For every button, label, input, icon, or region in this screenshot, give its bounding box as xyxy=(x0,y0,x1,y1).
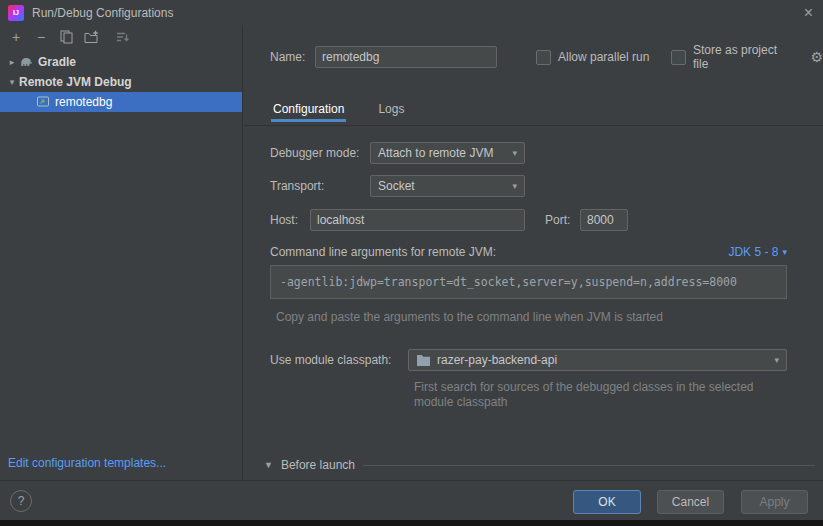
window-title: Run/Debug Configurations xyxy=(32,6,173,20)
combo-value: razer-pay-backend-api xyxy=(437,353,557,367)
module-classpath-select[interactable]: razer-pay-backend-api ▾ xyxy=(408,349,787,371)
before-launch-section-toggle[interactable]: ▼ Before launch xyxy=(264,457,815,473)
tab-logs[interactable]: Logs xyxy=(376,98,406,122)
combo-value: Attach to remote JVM xyxy=(378,146,493,160)
port-label: Port: xyxy=(545,209,570,231)
module-folder-icon xyxy=(416,354,431,367)
cancel-button[interactable]: Cancel xyxy=(657,490,724,514)
close-icon[interactable]: × xyxy=(804,5,813,21)
store-as-project-file-checkbox[interactable] xyxy=(671,50,686,65)
jdk-version-select[interactable]: JDK 5 - 8 ▾ xyxy=(728,241,787,263)
debugger-mode-label: Debugger mode: xyxy=(270,142,359,164)
chevron-right-icon[interactable]: ▸ xyxy=(5,57,19,67)
host-label: Host: xyxy=(270,209,298,231)
tree-item-remote-jvm-debug[interactable]: ▾ Remote JVM Debug xyxy=(0,72,242,92)
edit-configuration-templates-link[interactable]: Edit configuration templates... xyxy=(8,456,166,470)
tree-item-label: Gradle xyxy=(38,55,76,69)
allow-parallel-run-option[interactable]: Allow parallel run xyxy=(536,49,649,65)
settings-gear-icon[interactable]: ⚙ xyxy=(810,50,823,65)
section-divider xyxy=(363,465,815,466)
chevron-down-icon: ▾ xyxy=(782,247,787,257)
port-input[interactable] xyxy=(580,209,628,231)
tree-item-label: remotedbg xyxy=(55,95,112,109)
name-input[interactable] xyxy=(315,46,497,68)
jdk-version-value: JDK 5 - 8 xyxy=(728,245,778,259)
intellij-logo-icon: IJ xyxy=(8,5,24,21)
transport-select[interactable]: Socket ▾ xyxy=(370,175,525,197)
run-debug-configurations-dialog: IJ Run/Debug Configurations × + − ▸ xyxy=(0,0,823,526)
apply-button[interactable]: Apply xyxy=(741,490,808,514)
checkbox-label: Allow parallel run xyxy=(558,50,649,64)
command-line-arguments-label: Command line arguments for remote JVM: xyxy=(270,241,496,263)
name-label: Name: xyxy=(270,46,305,68)
host-input[interactable] xyxy=(310,209,525,231)
chevron-down-icon[interactable]: ▾ xyxy=(5,77,19,87)
remote-debug-config-icon xyxy=(36,95,50,109)
before-launch-label: Before launch xyxy=(281,458,355,472)
sidebar-toolbar: + − xyxy=(0,25,242,49)
add-configuration-icon[interactable]: + xyxy=(8,29,24,45)
configurations-tree: ▸ Gradle ▾ Remote JVM Debug remotedbg xyxy=(0,52,242,112)
checkbox-label: Store as project file xyxy=(693,43,795,71)
combo-value: Socket xyxy=(378,179,415,193)
module-classpath-label: Use module classpath: xyxy=(270,349,391,371)
remove-configuration-icon[interactable]: − xyxy=(33,29,49,45)
transport-label: Transport: xyxy=(270,175,324,197)
sort-configurations-icon[interactable] xyxy=(114,29,130,45)
tree-item-label: Remote JVM Debug xyxy=(19,75,132,89)
copy-configuration-icon[interactable] xyxy=(58,29,74,45)
hint-line: module classpath xyxy=(414,395,754,410)
ok-button[interactable]: OK xyxy=(573,490,641,514)
new-folder-icon[interactable] xyxy=(83,29,99,45)
chevron-down-icon: ▾ xyxy=(506,181,517,191)
tab-configuration[interactable]: Configuration xyxy=(271,98,346,122)
command-line-arguments-field[interactable]: -agentlib:jdwp=transport=dt_socket,serve… xyxy=(270,265,787,299)
configurations-sidebar: + − ▸ Gradle ▾ Remote JVM Debug xyxy=(0,25,243,480)
tree-item-gradle[interactable]: ▸ Gradle xyxy=(0,52,242,72)
titlebar: IJ Run/Debug Configurations × xyxy=(0,0,823,25)
tabs-separator xyxy=(244,125,823,126)
gradle-icon xyxy=(19,55,33,69)
configuration-panel: Name: Allow parallel run Store as projec… xyxy=(244,25,823,480)
chevron-down-icon: ▾ xyxy=(768,355,779,365)
section-collapse-icon[interactable]: ▼ xyxy=(264,460,273,470)
hint-line: First search for sources of the debugged… xyxy=(414,380,754,395)
tree-item-remotedbg[interactable]: remotedbg xyxy=(0,92,242,112)
store-as-project-file-option[interactable]: Store as project file ⚙ xyxy=(671,49,823,65)
dialog-footer: ? OK Cancel Apply xyxy=(0,480,823,520)
command-line-hint: Copy and paste the arguments to the comm… xyxy=(276,310,663,325)
allow-parallel-run-checkbox[interactable] xyxy=(536,50,551,65)
help-button[interactable]: ? xyxy=(10,490,32,512)
chevron-down-icon: ▾ xyxy=(506,148,517,158)
window-bottom-edge xyxy=(0,520,823,526)
module-classpath-hint: First search for sources of the debugged… xyxy=(414,380,754,410)
debugger-mode-select[interactable]: Attach to remote JVM ▾ xyxy=(370,142,525,164)
tabs: Configuration Logs xyxy=(271,98,406,122)
